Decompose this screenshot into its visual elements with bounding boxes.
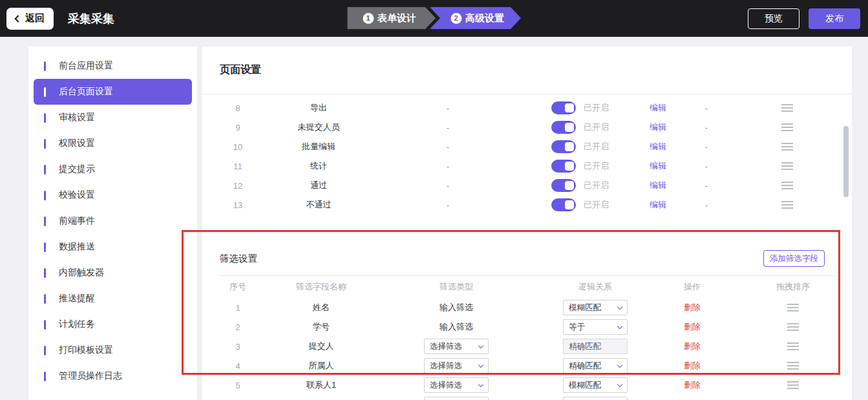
- filter-row: 5联系人1选择筛选模糊匹配删除: [202, 375, 852, 395]
- sidebar-item-11[interactable]: 打印模板设置: [34, 337, 192, 363]
- filter-column-header: 操作: [647, 281, 737, 293]
- setting-name: 导出: [273, 102, 364, 114]
- logic-relation-cell: 精确匹配: [544, 358, 647, 374]
- drag-handle-icon[interactable]: [781, 143, 793, 151]
- filter-column-header: 逻辑关系: [544, 281, 647, 293]
- drag-handle-icon[interactable]: [781, 123, 793, 131]
- toggle-switch[interactable]: [551, 101, 576, 114]
- toggle-switch[interactable]: [551, 121, 576, 134]
- sidebar-item-label: 管理员操作日志: [59, 370, 122, 382]
- sidebar-item-3[interactable]: 权限设置: [34, 131, 192, 156]
- section-title-page-settings: 页面设置: [220, 63, 261, 77]
- logic-relation-select[interactable]: 精确匹配: [563, 358, 628, 374]
- drag-handle-icon[interactable]: [787, 342, 799, 350]
- sidebar-item-2[interactable]: 审核设置: [34, 105, 192, 131]
- drag-handle-icon[interactable]: [787, 381, 799, 389]
- setting-name: 统计: [273, 160, 364, 172]
- placeholder-dash: -: [687, 123, 726, 132]
- drag-cell: [726, 104, 849, 112]
- edit-link[interactable]: 编辑: [629, 199, 687, 211]
- delete-link[interactable]: 删除: [647, 341, 737, 352]
- sidebar-item-9[interactable]: 推送提醒: [34, 286, 192, 311]
- filter-column-header: 拖拽排序: [737, 281, 849, 293]
- filter-type-select[interactable]: 选择筛选: [424, 358, 489, 374]
- toggle-switch[interactable]: [551, 198, 576, 211]
- drag-handle-icon[interactable]: [781, 162, 793, 170]
- page-title: 采集采集: [68, 11, 114, 26]
- filter-field-name: 学号: [273, 321, 369, 333]
- drag-handle-icon[interactable]: [781, 182, 793, 189]
- toggle-cell: 已开启: [532, 101, 629, 114]
- logic-relation-select[interactable]: 模糊匹配: [563, 300, 628, 315]
- sidebar-item-1[interactable]: 后台页面设置: [34, 79, 192, 105]
- edit-link[interactable]: 编辑: [629, 141, 687, 153]
- row-index: 1: [202, 303, 273, 313]
- logic-relation-select[interactable]: 等于: [563, 319, 628, 335]
- sidebar-item-6[interactable]: 前端事件: [34, 208, 192, 234]
- page-setting-row: 9未提交人员-已开启编辑-: [202, 118, 852, 137]
- delete-link[interactable]: 删除: [647, 360, 737, 372]
- placeholder-dash: -: [364, 142, 532, 152]
- step-advanced-settings[interactable]: 2 高级设置: [430, 7, 521, 29]
- delete-link[interactable]: 删除: [647, 379, 737, 391]
- logic-relation-cell: 等于: [544, 319, 647, 335]
- chevron-down-icon: [478, 362, 483, 367]
- edit-link[interactable]: 编辑: [629, 121, 687, 133]
- chevron-down-icon: [617, 323, 622, 328]
- drag-handle-icon[interactable]: [781, 201, 793, 209]
- row-index: 12: [202, 181, 273, 191]
- filter-type-cell: 输入筛选: [369, 321, 544, 333]
- drag-handle-icon[interactable]: [781, 104, 793, 112]
- delete-link[interactable]: 删除: [647, 321, 737, 333]
- logic-relation-select[interactable]: [563, 397, 628, 400]
- filter-type-select[interactable]: [424, 397, 489, 400]
- toggle-cell: 已开启: [532, 160, 629, 173]
- sidebar-item-8[interactable]: 内部触发器: [34, 260, 192, 286]
- preview-button[interactable]: 预览: [748, 8, 799, 29]
- row-index: 13: [202, 200, 273, 210]
- sidebar-item-12[interactable]: 管理员操作日志: [34, 363, 192, 389]
- drag-cell: [726, 123, 849, 131]
- publish-button[interactable]: 发布: [809, 8, 860, 29]
- sidebar-item-4[interactable]: 提交提示: [34, 156, 192, 182]
- step-form-design[interactable]: 1 表单设计: [347, 7, 436, 29]
- add-filter-field-button[interactable]: 添加筛选字段: [763, 250, 825, 267]
- select-value: 选择筛选: [430, 380, 462, 391]
- toggle-status-label: 已开启: [584, 141, 609, 153]
- edit-link[interactable]: 编辑: [629, 102, 687, 114]
- sidebar-item-label: 前端事件: [59, 215, 95, 227]
- filter-type-cell: 输入筛选: [369, 302, 544, 313]
- sidebar-item-10[interactable]: 计划任务: [34, 311, 192, 337]
- filter-type-text: 输入筛选: [439, 322, 473, 332]
- back-button[interactable]: 返回: [6, 8, 54, 30]
- filter-type-cell: 选择筛选: [369, 358, 544, 374]
- back-chevron-icon: [14, 15, 21, 22]
- toggle-switch[interactable]: [551, 179, 576, 192]
- filter-field-name: 提交人: [273, 341, 369, 352]
- vertical-scrollbar-thumb[interactable]: [843, 126, 849, 197]
- toggle-switch[interactable]: [551, 140, 576, 153]
- sidebar-item-5[interactable]: 校验设置: [34, 182, 192, 208]
- filter-row: 4所属人选择筛选精确匹配删除: [202, 356, 852, 375]
- sidebar-item-0[interactable]: 前台应用设置: [34, 53, 192, 79]
- select-value: 选择筛选: [430, 341, 462, 352]
- row-index: 4: [202, 361, 273, 371]
- drag-handle-icon[interactable]: [787, 304, 799, 311]
- filter-column-header: 筛选类型: [369, 281, 544, 293]
- select-value: 模糊匹配: [569, 302, 601, 313]
- sidebar-item-label: 打印模板设置: [59, 344, 113, 356]
- filter-type-select[interactable]: 选择筛选: [424, 377, 489, 393]
- filter-type-select[interactable]: 选择筛选: [424, 339, 489, 354]
- toggle-switch[interactable]: [551, 160, 576, 173]
- delete-link[interactable]: 删除: [647, 302, 737, 313]
- logic-relation-select[interactable]: 模糊匹配: [563, 377, 628, 393]
- logic-relation-cell: 精确匹配: [544, 339, 647, 354]
- toggle-status-label: 已开启: [584, 121, 609, 133]
- drag-handle-icon[interactable]: [787, 362, 799, 370]
- sidebar-item-7[interactable]: 数据推送: [34, 234, 192, 260]
- drag-handle-icon[interactable]: [787, 323, 799, 331]
- drag-cell: [726, 162, 849, 170]
- setting-name: 批量编辑: [273, 141, 364, 153]
- edit-link[interactable]: 编辑: [629, 180, 687, 191]
- edit-link[interactable]: 编辑: [629, 160, 687, 172]
